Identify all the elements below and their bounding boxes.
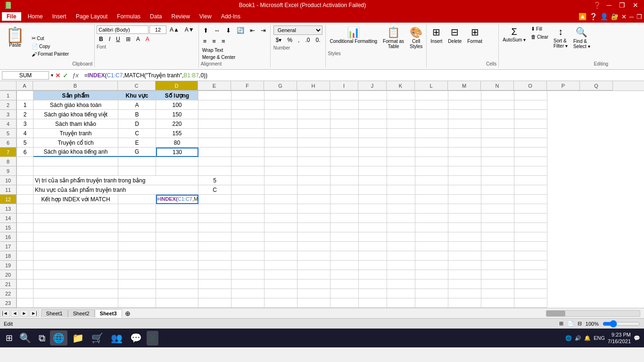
row-header-20[interactable]: 20 — [0, 270, 17, 280]
cell-A4[interactable]: 3 — [17, 119, 33, 129]
cell-B18[interactable] — [33, 251, 118, 261]
menu-addins[interactable]: Add-Ins — [216, 12, 245, 21]
col-header-M[interactable]: M — [448, 81, 481, 90]
cell-B20[interactable] — [33, 270, 118, 280]
cell-I9[interactable] — [330, 166, 359, 176]
insert-function-button[interactable]: ƒx — [70, 72, 81, 79]
bottom-align-button[interactable]: ⬇ — [223, 25, 233, 35]
cell-M4[interactable] — [448, 119, 481, 129]
file-explorer-icon[interactable]: 📁 — [69, 330, 87, 346]
cell-A11[interactable] — [17, 185, 33, 195]
cell-C16[interactable] — [118, 232, 156, 242]
notification-icon[interactable]: 🔔 — [584, 335, 591, 341]
cell-A19[interactable] — [17, 261, 33, 270]
cell-I11[interactable] — [330, 185, 359, 195]
cell-G16[interactable] — [264, 232, 297, 242]
cell-M9[interactable] — [448, 166, 481, 176]
cell-B1[interactable]: Sản phẩm — [33, 91, 118, 100]
cell-K17[interactable] — [387, 242, 415, 251]
cell-L9[interactable] — [415, 166, 448, 176]
cell-A17[interactable] — [17, 242, 33, 251]
cell-O10[interactable] — [514, 176, 547, 185]
cell-C18[interactable] — [118, 251, 156, 261]
cell-I22[interactable] — [330, 289, 359, 298]
cell-F20[interactable] — [231, 270, 264, 280]
cell-C20[interactable] — [118, 270, 156, 280]
cell-A23[interactable] — [17, 298, 33, 308]
cell-H20[interactable] — [297, 270, 330, 280]
cell-G9[interactable] — [264, 166, 297, 176]
sheet-nav-last[interactable]: ►| — [29, 310, 39, 317]
cell-I17[interactable] — [330, 242, 359, 251]
cell-O18[interactable] — [514, 251, 547, 261]
row-header-8[interactable]: 8 — [0, 157, 17, 166]
cell-D12[interactable]: =INDEX(C1:C7,MATCH("Truyện tranh",B1:B7,… — [156, 195, 198, 204]
cell-G19[interactable] — [264, 261, 297, 270]
cell-K19[interactable] — [387, 261, 415, 270]
cell-D21[interactable] — [156, 280, 198, 289]
col-header-F[interactable]: F — [231, 81, 264, 90]
cell-I4[interactable] — [330, 119, 359, 129]
cell-O22[interactable] — [514, 289, 547, 298]
cell-E12[interactable] — [198, 195, 231, 204]
cell-F2[interactable] — [231, 100, 264, 110]
cell-N10[interactable] — [481, 176, 514, 185]
cell-N9[interactable] — [481, 166, 514, 176]
cell-C22[interactable] — [118, 289, 156, 298]
cell-styles-button[interactable]: 🎨 CellStyles — [408, 25, 424, 50]
cell-O13[interactable] — [514, 204, 547, 214]
cell-C14[interactable] — [118, 214, 156, 223]
cell-H18[interactable] — [297, 251, 330, 261]
sheet-nav-first[interactable]: |◄ — [0, 310, 10, 317]
row-header-11[interactable]: 11 — [0, 185, 17, 195]
cell-O7[interactable] — [514, 148, 547, 157]
cell-N18[interactable] — [481, 251, 514, 261]
cell-A22[interactable] — [17, 289, 33, 298]
cell-F19[interactable] — [231, 261, 264, 270]
cell-K8[interactable] — [387, 157, 415, 166]
cell-O1[interactable] — [514, 91, 547, 100]
row-header-21[interactable]: 21 — [0, 280, 17, 289]
cell-J16[interactable] — [359, 232, 387, 242]
cell-B23[interactable] — [33, 298, 118, 308]
cell-L20[interactable] — [415, 270, 448, 280]
cell-J7[interactable] — [359, 148, 387, 157]
decimal-increase-button[interactable]: .0 — [303, 36, 312, 44]
cell-E4[interactable] — [198, 119, 231, 129]
cell-C17[interactable] — [118, 242, 156, 251]
ribbon-share-icon[interactable]: 👤 — [600, 13, 608, 20]
cell-A18[interactable] — [17, 251, 33, 261]
cell-K13[interactable] — [387, 204, 415, 214]
minimize-button[interactable]: ─ — [605, 1, 613, 9]
cell-D3[interactable]: 150 — [156, 110, 198, 119]
col-header-B[interactable]: B — [33, 81, 118, 90]
middle-align-button[interactable]: ↔ — [212, 25, 223, 35]
cell-B13[interactable] — [33, 204, 118, 214]
cell-M22[interactable] — [448, 289, 481, 298]
row-header-18[interactable]: 18 — [0, 251, 17, 261]
format-as-table-button[interactable]: 📋 Format asTable — [381, 25, 406, 50]
cell-D22[interactable] — [156, 289, 198, 298]
cell-L16[interactable] — [415, 232, 448, 242]
row-header-17[interactable]: 17 — [0, 242, 17, 251]
cell-B8[interactable] — [33, 157, 118, 166]
cell-D8[interactable] — [156, 157, 198, 166]
cell-C12[interactable] — [118, 195, 156, 204]
cell-E13[interactable] — [198, 204, 231, 214]
cell-L14[interactable] — [415, 214, 448, 223]
cell-G18[interactable] — [264, 251, 297, 261]
cell-K22[interactable] — [387, 289, 415, 298]
cell-C1[interactable]: Khu vực — [118, 91, 156, 100]
wrap-text-button[interactable]: Wrap Text — [201, 47, 225, 53]
cell-L17[interactable] — [415, 242, 448, 251]
cell-I19[interactable] — [330, 261, 359, 270]
cell-D20[interactable] — [156, 270, 198, 280]
cell-N19[interactable] — [481, 261, 514, 270]
cell-C7[interactable]: G — [118, 148, 156, 157]
row-header-7[interactable]: 7 — [0, 148, 17, 157]
cell-C6[interactable]: E — [118, 138, 156, 148]
cell-E17[interactable] — [198, 242, 231, 251]
row-header-4[interactable]: 4 — [0, 119, 17, 129]
cell-J23[interactable] — [359, 298, 387, 308]
cell-H3[interactable] — [297, 110, 330, 119]
